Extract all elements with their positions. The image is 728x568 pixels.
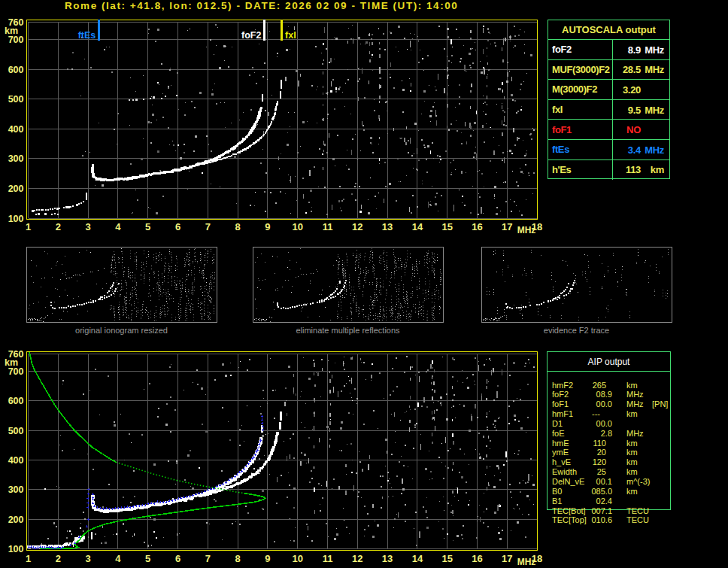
aip-row-foF1: foF100.0MHz[PN] [548,399,670,409]
aip-row-h_vE: h_vE120km [548,457,670,467]
autoscala-row-M(3000)F2: M(3000)F23.20 [548,80,669,100]
x-tick-label: 8 [235,221,240,232]
autoscala-row-foF1: foF1NO [548,120,669,140]
aip-row-ymE: ymE20km [548,448,670,457]
plot-frame [26,20,537,219]
x-tick-label: 2 [56,221,61,232]
aip-param-value: 25 [578,467,606,476]
y-tick-label: 200 [8,184,24,194]
scaled-parameter-markers: ftEsfoF2fxI [78,20,296,41]
param-unit: MHz [644,44,664,56]
x-tick-label: 11 [323,221,333,232]
aip-param-label: B1 [552,497,562,506]
y-axis-unit: km [5,26,18,36]
aip-row-TEC[Bot]: TEC[Bot]007.1TECU [548,506,670,516]
x-tick-label: 14 [412,221,423,232]
y-tick-label: 700 [8,35,24,45]
aip-param-label: Ewidth [552,467,577,476]
thumbnail-caption-evidence: evidence F2 trace [481,326,672,335]
thumbnail-caption-original: original ionogram resized [26,326,217,335]
x-tick-label: 16 [472,221,482,232]
marker-line-fxI [281,20,283,41]
x-axis-unit: MHz [517,225,536,235]
marker-label-foF2: foF2 [241,30,261,41]
aip-param-unit: km [626,381,638,390]
x-tick-label: 5 [145,221,150,232]
x-tick-label: 7 [205,221,211,232]
x-tick-label: 17 [502,221,512,232]
thumbnail-caption-eliminate: eliminate multiple reflections [253,326,443,335]
aip-row-foE: foE2.8MHz [548,429,670,439]
param-value: 3.20 [613,84,641,96]
x-tick-label: 9 [265,221,270,232]
aip-param-label: foF1 [552,399,569,409]
aip-row-TEC[Top]: TEC[Top]010.6TECU [548,515,670,525]
aip-param-label: hmF2 [552,381,573,390]
aip-param-value: 00.0 [578,419,612,428]
autoscala-row-foF2: foF28.9MHz [548,40,669,60]
autoscala-table-header: AUTOSCALA output [548,20,669,40]
aip-param-value: 085.0 [578,487,612,496]
autoscala-row-ftEs: ftEs3.4MHz [548,140,669,160]
aip-param-unit: km [626,457,638,466]
autoscala-output-table: AUTOSCALA output foF28.9MHzMUF(3000)F228… [548,20,670,179]
aip-table-header: AIP output [548,352,670,372]
aip-param-unit: km [626,487,638,496]
aip-param-value: --- [592,409,614,418]
aip-param-label: hmF1 [552,409,573,418]
aip-param-value: 00.0 [578,399,612,409]
y-tick-label: 400 [8,124,24,135]
aip-param-label: B0 [552,487,562,496]
param-value: 113 [613,164,641,175]
aip-param-unit: MHz [626,399,644,409]
aip-param-value: 007.1 [578,506,612,515]
param-value: 8.9 [613,44,641,56]
aip-param-label: D1 [552,419,563,428]
param-value: 9.5 [613,105,641,116]
aip-param-unit: km [626,467,638,476]
param-unit: MHz [644,144,664,156]
param-unit: MHz [644,105,664,116]
aip-param-label: ymE [552,448,569,457]
x-tick-label: 13 [382,221,393,232]
marker-line-foF2 [263,20,265,41]
aip-param-label: foE [552,429,565,438]
aip-output-table: AIP output hmF2265kmfoF208.9MHzfoF100.0M… [547,351,671,510]
y-tick-label: 300 [8,153,24,164]
marker-line-ftEs [98,20,100,41]
x-tick-label: 4 [115,221,121,232]
aip-param-unit: TECU [626,506,649,515]
aip-row-D1: D100.0 [548,419,670,429]
aip-row-foF2: foF208.9MHz [548,390,670,399]
param-label: foF1 [548,124,572,135]
background-noise [67,24,535,216]
param-label: M(3000)F2 [548,84,597,95]
param-unit: MHz [644,64,664,75]
aip-param-value: 00.1 [578,477,612,486]
aip-row-hmF2: hmF2265km [548,381,670,390]
autoscala-row-fxI: fxI9.5MHz [548,100,669,120]
autoscala-row-MUF(3000)F2: MUF(3000)F228.5MHz [548,60,669,80]
aip-param-label: foF2 [552,390,569,399]
aip-row-hmF1: hmF1---km [548,409,670,419]
y-tick-label: 600 [8,65,24,75]
x-tick-label: 10 [292,221,302,232]
y-tick-label: 500 [8,94,24,105]
param-label: fxI [548,104,563,115]
param-label: MUF(3000)F2 [548,64,610,75]
x-tick-label: 6 [175,221,180,232]
y-tick-label: 100 [8,214,24,224]
marker-label-ftEs: ftEs [78,30,96,41]
aip-param-unit: km [626,409,638,418]
x-tick-label: 3 [85,221,90,232]
param-value: NO [613,124,641,135]
aip-param-label: h_vE [552,457,571,466]
aip-param-unit: MHz [626,390,644,399]
plot-grid [26,20,537,219]
aip-param-value: 20 [578,448,606,457]
param-value: 3.4 [613,144,641,156]
param-value: 28.5 [613,64,641,75]
param-label: ftEs [548,144,569,155]
aip-row-B0: B0085.0km [548,487,670,497]
aip-param-value: 110 [578,439,606,448]
